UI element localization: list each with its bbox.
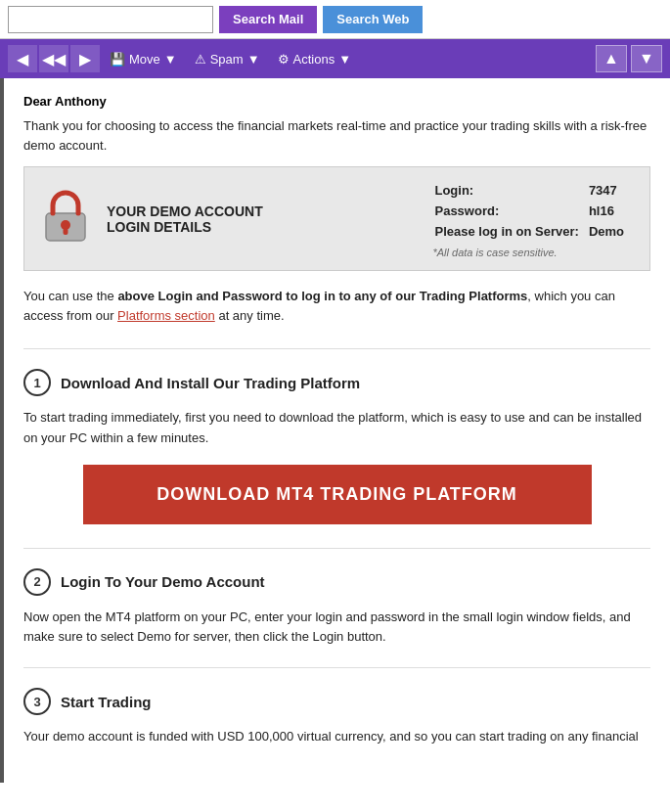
actions-gear-icon: ⚙ <box>278 52 290 67</box>
actions-button[interactable]: ⚙ Actions ▼ <box>270 48 360 70</box>
server-label: Please log in on Server: <box>434 222 586 241</box>
spam-dropdown-icon: ▼ <box>247 52 260 67</box>
login-value: 7347 <box>589 181 632 200</box>
spam-button[interactable]: ⚠ Spam ▼ <box>187 48 268 70</box>
step-2: 2 Login To Your Demo Account Now open th… <box>23 568 650 649</box>
forward-button[interactable]: ▶ <box>70 45 100 72</box>
svg-rect-2 <box>64 228 68 235</box>
step-3-number: 3 <box>23 688 51 715</box>
search-web-button[interactable]: Search Web <box>323 6 423 33</box>
step-1-header: 1 Download And Install Our Trading Platf… <box>23 369 650 396</box>
account-details-box: YOUR DEMO ACCOUNT LOGIN DETAILS Login: 7… <box>23 166 650 271</box>
download-button[interactable]: DOWNLOAD MT4 TRADING PLATFORM <box>83 465 592 524</box>
step-3-title: Start Trading <box>61 694 152 710</box>
email-intro: Thank you for choosing to access the fin… <box>23 116 650 155</box>
search-bar: Search Mail Search Web <box>0 0 670 39</box>
account-title-block: YOUR DEMO ACCOUNT LOGIN DETAILS <box>107 203 263 235</box>
step-1-desc: To start trading immediately, first you … <box>23 408 650 449</box>
account-title-line2: LOGIN DETAILS <box>107 219 263 235</box>
password-label: Password: <box>434 202 586 220</box>
server-value: Demo <box>589 222 632 241</box>
platforms-link[interactable]: Platforms section <box>117 308 215 323</box>
spam-icon: ⚠ <box>195 52 206 67</box>
login-label: Login: <box>434 181 586 200</box>
lock-svg <box>40 186 91 245</box>
email-body: Dear Anthony Thank you for choosing to a… <box>0 78 670 783</box>
step-2-number: 2 <box>23 568 51 596</box>
step-2-title: Login To Your Demo Account <box>61 573 265 590</box>
email-greeting: Dear Anthony <box>23 94 650 109</box>
divider-1 <box>23 348 650 349</box>
case-sensitive-note: *All data is case sensitive. <box>432 247 634 258</box>
back-button[interactable]: ◀ <box>8 45 37 72</box>
move-button[interactable]: 💾 Move ▼ <box>102 48 185 70</box>
step-3-desc: Your demo account is funded with USD 100… <box>23 727 650 747</box>
account-title-line1: YOUR DEMO ACCOUNT <box>107 203 263 219</box>
divider-3 <box>23 667 650 668</box>
password-value: hl16 <box>589 202 632 220</box>
prev-email-button[interactable]: ▲ <box>596 45 627 72</box>
platforms-text: You can use the above Login and Password… <box>23 287 650 325</box>
account-credentials: Login: 7347 Password: hl16 Please log in… <box>432 179 634 258</box>
step-1-number: 1 <box>23 369 51 396</box>
next-email-button[interactable]: ▼ <box>631 45 662 72</box>
divider-2 <box>23 548 650 549</box>
step-3-header: 3 Start Trading <box>23 688 650 715</box>
move-icon: 💾 <box>110 52 125 67</box>
lock-icon <box>40 186 91 252</box>
back-double-button[interactable]: ◀◀ <box>39 45 68 72</box>
step-2-desc: Now open the MT4 platform on your PC, en… <box>23 608 650 649</box>
actions-dropdown-icon: ▼ <box>338 52 351 67</box>
search-input[interactable] <box>8 6 213 33</box>
step-1-title: Download And Install Our Trading Platfor… <box>61 375 360 391</box>
move-dropdown-icon: ▼ <box>164 52 177 67</box>
step-1: 1 Download And Install Our Trading Platf… <box>23 369 650 524</box>
step-2-header: 2 Login To Your Demo Account <box>23 568 650 596</box>
credentials-table: Login: 7347 Password: hl16 Please log in… <box>432 179 634 243</box>
nav-arrows: ▲ ▼ <box>596 45 662 72</box>
toolbar: ◀ ◀◀ ▶ 💾 Move ▼ ⚠ Spam ▼ ⚙ Actions ▼ ▲ ▼ <box>0 39 670 78</box>
search-mail-button[interactable]: Search Mail <box>219 6 317 33</box>
step-3: 3 Start Trading Your demo account is fun… <box>23 688 650 747</box>
